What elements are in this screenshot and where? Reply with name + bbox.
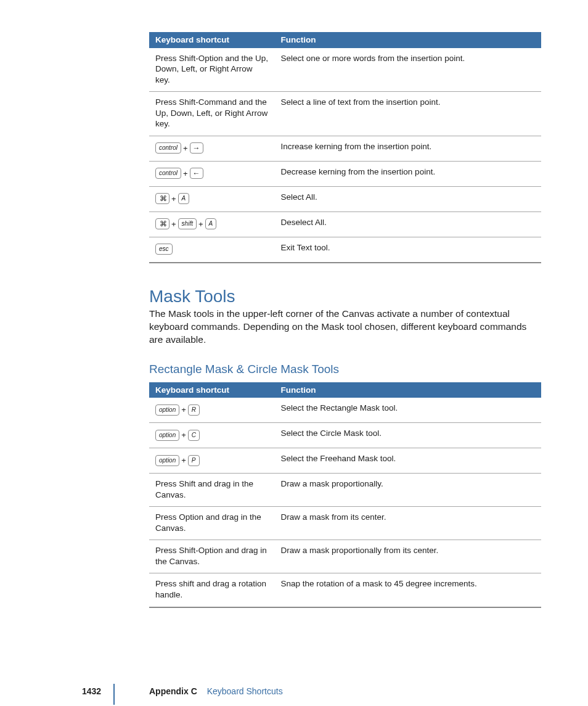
keycap: P [188,455,200,466]
shortcuts-table-2: Keyboard shortcut Function option+RSelec… [149,382,541,608]
shortcut-cell: Press Shift and drag in the Canvas. [149,474,275,507]
function-cell: Snap the rotation of a mask to 45 degree… [275,573,541,607]
function-cell: Deselect All. [275,211,541,237]
shortcut-cell: esc [149,237,275,263]
col-header-function: Function [275,32,541,48]
table-row: Press Shift-Option and drag in the Canva… [149,540,541,573]
function-cell: Decrease kerning from the insertion poin… [275,161,541,186]
shortcut-cell: option+C [149,423,275,448]
shortcut-cell: ⌘+shift+A [149,211,275,237]
shortcut-cell: Press Shift-Command and the Up, Down, Le… [149,92,275,136]
keycap: esc [155,244,173,255]
shortcut-cell: Press shift and drag a rotation handle. [149,573,275,607]
section-heading-mask-tools: Mask Tools [149,287,541,306]
function-cell: Select one or more words from the insert… [275,48,541,92]
plus-separator: + [198,220,203,228]
function-cell: Select the Circle Mask tool. [275,423,541,448]
section-paragraph: The Mask tools in the upper-left corner … [149,308,541,347]
arrow-key-icon: ← [190,168,203,179]
function-cell: Select All. [275,186,541,211]
keycap: control [155,142,181,154]
function-cell: Draw a mask proportionally from its cent… [275,540,541,573]
command-key-icon: ⌘ [155,193,169,204]
shortcuts-table-1: Keyboard shortcut Function Press Shift-O… [149,32,541,263]
table-row: Press Option and drag in the Canvas.Draw… [149,507,541,540]
table-row: ⌘+shift+ADeselect All. [149,211,541,237]
function-cell: Draw a mask from its center. [275,507,541,540]
keycap: option [155,404,179,416]
table-row: control+→Increase kerning from the inser… [149,136,541,161]
function-cell: Select the Freehand Mask tool. [275,448,541,474]
shortcut-cell: Press Shift-Option and drag in the Canva… [149,540,275,573]
col-header-function: Function [275,382,541,398]
shortcut-cell: Press Shift-Option and the Up, Down, Lef… [149,48,275,92]
keycap: shift [178,218,197,229]
shortcut-cell: option+R [149,398,275,423]
shortcut-cell: ⌘+A [149,186,275,211]
col-header-shortcut: Keyboard shortcut [149,32,275,48]
table-row: Press Shift-Option and the Up, Down, Lef… [149,48,541,92]
table-row: escExit Text tool. [149,237,541,263]
shortcut-cell: Press Option and drag in the Canvas. [149,507,275,540]
keycap: option [155,455,179,466]
shortcut-cell: control+← [149,161,275,186]
table-row: Press shift and drag a rotation handle.S… [149,573,541,607]
plus-separator: + [171,220,176,228]
table-row: option+CSelect the Circle Mask tool. [149,423,541,448]
col-header-shortcut: Keyboard shortcut [149,382,275,398]
keycap: R [188,404,200,416]
table-row: option+PSelect the Freehand Mask tool. [149,448,541,474]
footer-chapter: Keyboard Shortcuts [207,686,283,696]
table-row: Press Shift-Command and the Up, Down, Le… [149,92,541,136]
keycap: C [188,430,200,441]
function-cell: Select the Rectangle Mask tool. [275,398,541,423]
command-key-icon: ⌘ [155,218,169,229]
subsection-heading-rect-circle: Rectangle Mask & Circle Mask Tools [149,363,541,376]
arrow-key-icon: → [190,142,203,154]
function-cell: Select a line of text from the insertion… [275,92,541,136]
plus-separator: + [183,144,188,152]
function-cell: Exit Text tool. [275,237,541,263]
function-cell: Increase kerning from the insertion poin… [275,136,541,161]
footer-appendix: Appendix C [149,686,197,696]
table-row: option+RSelect the Rectangle Mask tool. [149,398,541,423]
keycap: A [205,218,217,229]
table-row: Press Shift and drag in the Canvas.Draw … [149,474,541,507]
shortcut-cell: control+→ [149,136,275,161]
table-row: control+←Decrease kerning from the inser… [149,161,541,186]
table-row: ⌘+ASelect All. [149,186,541,211]
footer-text: Appendix C Keyboard Shortcuts [149,686,283,696]
page-content: Keyboard shortcut Function Press Shift-O… [149,32,541,608]
plus-separator: + [183,170,188,178]
keycap: control [155,168,181,179]
plus-separator: + [171,195,176,203]
keycap: A [178,193,190,204]
shortcut-cell: option+P [149,448,275,474]
footer-divider [113,684,115,705]
plus-separator: + [181,406,186,414]
keycap: option [155,430,179,441]
page-number: 1432 [82,686,101,696]
plus-separator: + [181,431,186,439]
plus-separator: + [181,456,186,464]
function-cell: Draw a mask proportionally. [275,474,541,507]
